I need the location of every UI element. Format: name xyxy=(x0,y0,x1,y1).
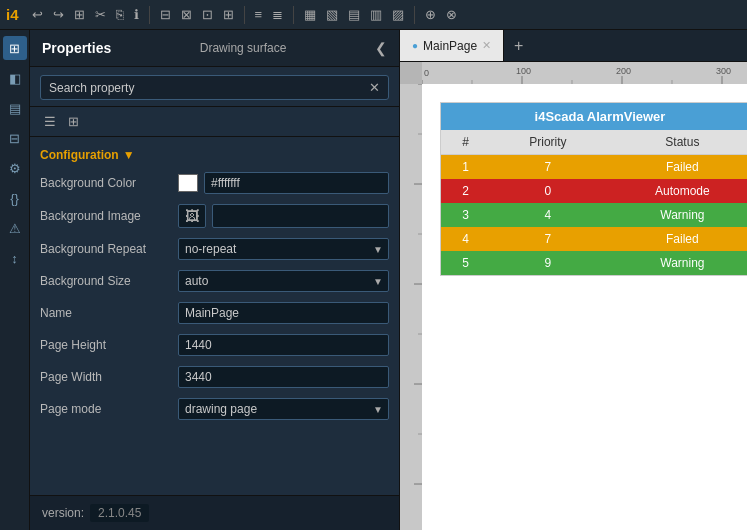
image-picker-button[interactable]: 🖼 xyxy=(178,204,206,228)
page-mode-row: Page mode drawing page runtime page ▼ xyxy=(30,393,399,425)
toolbar-list[interactable]: ≡ xyxy=(252,5,266,24)
right-panel: ● MainPage ✕ + 0 100 200 xyxy=(400,30,747,530)
sidebar-icon-properties[interactable]: ⊞ xyxy=(3,36,27,60)
alarm-row-1-priority: 7 xyxy=(490,155,606,180)
config-section: Configuration ▼ Background Color Backgro… xyxy=(30,137,399,495)
toolbar-grid4[interactable]: ▤ xyxy=(345,5,363,24)
ruler-row: 0 100 200 300 xyxy=(400,62,747,84)
toolbar-close[interactable]: ⊗ xyxy=(443,5,460,24)
sidebar-icon-document[interactable]: ▤ xyxy=(3,96,27,120)
config-section-header[interactable]: Configuration ▼ xyxy=(30,143,399,167)
page-width-value xyxy=(178,366,389,388)
grid-view-button[interactable]: ⊞ xyxy=(64,112,83,131)
sidebar-icon-settings[interactable]: ⚙ xyxy=(3,156,27,180)
toolbar-div1 xyxy=(149,6,150,24)
toolbar-grid5[interactable]: ▥ xyxy=(367,5,385,24)
search-box: ✕ xyxy=(40,75,389,100)
main-area: ⊞ ◧ ▤ ⊟ ⚙ {} ⚠ ↕ Properties Drawing surf… xyxy=(0,30,747,530)
toolbar-add[interactable]: ⊕ xyxy=(422,5,439,24)
toolbar-cut[interactable]: ✂ xyxy=(92,5,109,24)
bg-size-label: Background Size xyxy=(40,274,170,288)
alarm-row-4-priority: 7 xyxy=(490,227,606,251)
tab-mainpage[interactable]: ● MainPage ✕ xyxy=(400,30,504,61)
alarm-col-num: # xyxy=(441,130,490,155)
toolbar-align1[interactable]: ⊟ xyxy=(157,5,174,24)
properties-title: Properties xyxy=(42,40,111,56)
name-input[interactable] xyxy=(178,302,389,324)
svg-text:0: 0 xyxy=(424,68,429,78)
bg-repeat-row: Background Repeat no-repeat repeat repea… xyxy=(30,233,399,265)
horizontal-ruler: 0 100 200 300 xyxy=(422,62,747,84)
search-input[interactable] xyxy=(49,81,363,95)
toolbar-grid6[interactable]: ▨ xyxy=(389,5,407,24)
bg-repeat-select[interactable]: no-repeat repeat repeat-x repeat-y xyxy=(178,238,389,260)
page-mode-value: drawing page runtime page ▼ xyxy=(178,398,389,420)
sidebar-icon-layers[interactable]: ◧ xyxy=(3,66,27,90)
toolbar-align4[interactable]: ⊞ xyxy=(220,5,237,24)
view-icons-bar: ☰ ⊞ xyxy=(30,107,399,137)
alarm-row-2-num: 2 xyxy=(441,179,490,203)
sidebar-icon-connections[interactable]: ↕ xyxy=(3,246,27,270)
bg-repeat-select-wrapper: no-repeat repeat repeat-x repeat-y ▼ xyxy=(178,238,389,260)
canvas-viewport[interactable]: i4Scada AlarmViewer # Priority Status xyxy=(422,84,747,530)
toolbar-redo[interactable]: ↪ xyxy=(50,5,67,24)
properties-footer: version: 2.1.0.45 xyxy=(30,495,399,530)
toolbar-info[interactable]: ℹ xyxy=(131,5,142,24)
version-label: version: xyxy=(42,506,84,520)
page-width-row: Page Width xyxy=(30,361,399,393)
search-clear-icon[interactable]: ✕ xyxy=(369,80,380,95)
alarm-row-2: 2 0 Automode xyxy=(441,179,747,203)
toolbar-grid3[interactable]: ▧ xyxy=(323,5,341,24)
page-height-value xyxy=(178,334,389,356)
tab-close-icon[interactable]: ✕ xyxy=(482,39,491,52)
alarm-row-4: 4 7 Failed xyxy=(441,227,747,251)
version-value: 2.1.0.45 xyxy=(90,504,149,522)
color-swatch[interactable] xyxy=(178,174,198,192)
sidebar-icon-alerts[interactable]: ⚠ xyxy=(3,216,27,240)
page-mode-select[interactable]: drawing page runtime page xyxy=(178,398,389,420)
toolbar-menu[interactable]: ≣ xyxy=(269,5,286,24)
svg-text:300: 300 xyxy=(716,66,731,76)
alarm-viewer-title: i4Scada AlarmViewer xyxy=(441,103,747,130)
sidebar-icon-components[interactable]: ⊟ xyxy=(3,126,27,150)
toolbar-grid2[interactable]: ▦ xyxy=(301,5,319,24)
alarm-row-3: 3 4 Warning xyxy=(441,203,747,227)
bg-color-input[interactable] xyxy=(204,172,389,194)
alarm-row-5-num: 5 xyxy=(441,251,490,275)
bg-image-value: 🖼 xyxy=(178,204,389,228)
canvas-drawing: i4Scada AlarmViewer # Priority Status xyxy=(422,84,747,484)
alarm-row-5: 5 9 Warning xyxy=(441,251,747,275)
toolbar-undo[interactable]: ↩ xyxy=(29,5,46,24)
bg-size-select[interactable]: auto cover contain xyxy=(178,270,389,292)
alarm-row-3-num: 3 xyxy=(441,203,490,227)
canvas-container: 0 100 200 300 xyxy=(400,62,747,530)
alarm-row-5-status: Warning xyxy=(606,251,747,275)
bg-color-value xyxy=(178,172,389,194)
tabs-bar: ● MainPage ✕ + xyxy=(400,30,747,62)
collapse-button[interactable]: ❮ xyxy=(375,40,387,56)
sidebar-icon-scripts[interactable]: {} xyxy=(3,186,27,210)
toolbar-align3[interactable]: ⊡ xyxy=(199,5,216,24)
page-height-input[interactable] xyxy=(178,334,389,356)
list-view-button[interactable]: ☰ xyxy=(40,112,60,131)
app-logo: i4 xyxy=(6,6,19,23)
alarm-viewer-widget: i4Scada AlarmViewer # Priority Status xyxy=(440,102,747,276)
toolbar-div2 xyxy=(244,6,245,24)
alarm-table-header-row: # Priority Status xyxy=(441,130,747,155)
ruler-corner xyxy=(400,62,422,84)
alarm-row-5-priority: 9 xyxy=(490,251,606,275)
config-expand-icon: ▼ xyxy=(123,148,135,162)
bg-color-label: Background Color xyxy=(40,176,170,190)
alarm-row-4-num: 4 xyxy=(441,227,490,251)
page-width-input[interactable] xyxy=(178,366,389,388)
bg-repeat-value: no-repeat repeat repeat-x repeat-y ▼ xyxy=(178,238,389,260)
toolbar-copy[interactable]: ⎘ xyxy=(113,5,127,24)
bg-size-value: auto cover contain ▼ xyxy=(178,270,389,292)
tab-add-button[interactable]: + xyxy=(504,37,533,55)
toolbar-align2[interactable]: ⊠ xyxy=(178,5,195,24)
canvas-row: 100 200 300 400 xyxy=(400,84,747,530)
tab-dot-icon: ● xyxy=(412,40,418,51)
toolbar-grid[interactable]: ⊞ xyxy=(71,5,88,24)
page-height-row: Page Height xyxy=(30,329,399,361)
bg-image-input[interactable] xyxy=(212,204,389,228)
